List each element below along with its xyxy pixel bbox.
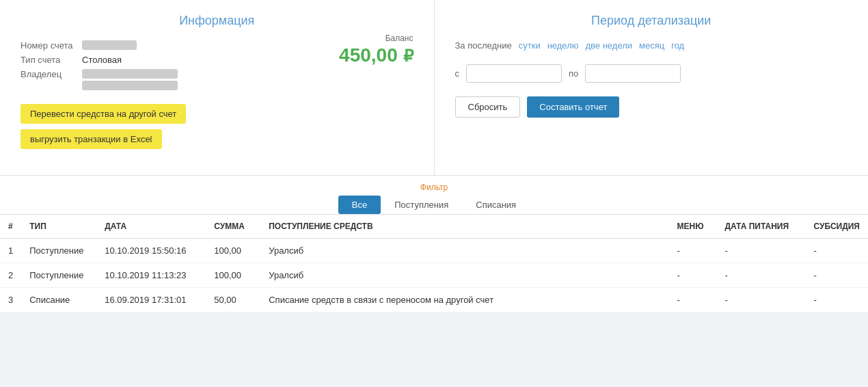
col-header-num: # (0, 215, 21, 239)
period-title: Период детализации (455, 14, 848, 28)
shortcut-year[interactable]: год (671, 40, 684, 51)
cell-income: Уралсиб (260, 263, 668, 288)
info-title: Информация (21, 14, 413, 28)
cell-num: 3 (0, 288, 21, 312)
balance-label: Баланс (339, 34, 413, 43)
account-type-label: Тип счета (21, 55, 82, 65)
account-number-label: Номер счета (21, 40, 82, 51)
info-actions: Перевести средства на другой счет выгруз… (21, 104, 413, 155)
owner-label: Владелец (21, 69, 82, 79)
to-input[interactable] (585, 64, 681, 83)
filter-label: Фильтр (0, 183, 868, 192)
shortcut-month[interactable]: месяц (639, 40, 664, 51)
cell-date: 16.09.2019 17:31:01 (96, 288, 206, 312)
filter-tabs: Все Поступления Списания (0, 196, 868, 214)
col-header-menu: МЕНЮ (668, 215, 716, 239)
account-type-row: Тип счета Столовая (21, 55, 339, 65)
cell-type: Поступление (21, 263, 96, 288)
export-button[interactable]: выгрузить транзакции в Excel (21, 129, 162, 149)
filter-tab-all[interactable]: Все (338, 196, 381, 214)
table-row: 3 Списание 16.09.2019 17:31:01 50,00 Спи… (0, 288, 868, 312)
period-panel: Период детализации За последние сутки не… (435, 0, 869, 175)
transfer-button[interactable]: Перевести средства на другой счет (21, 104, 186, 124)
cell-num: 1 (0, 239, 21, 263)
balance-value: 450,00 ₽ (339, 44, 413, 66)
cell-fooddate: - (716, 239, 805, 263)
col-header-fooddate: ДАТА ПИТАНИЯ (716, 215, 805, 239)
filter-section: Фильтр Все Поступления Списания (0, 175, 868, 214)
col-header-income: ПОСТУПЛЕНИЕ СРЕДСТВ (260, 215, 668, 239)
col-header-date: ДАТА (96, 215, 206, 239)
cell-menu: - (668, 263, 716, 288)
period-range: с по (455, 64, 848, 83)
info-panel: Информация Баланс 450,00 ₽ Номер счета Т… (0, 0, 435, 175)
cell-subsidy: - (805, 239, 868, 263)
for-last-label: За последние (455, 40, 512, 51)
filter-tab-expense[interactable]: Списания (462, 196, 530, 214)
balance-currency: ₽ (403, 46, 413, 65)
balance-section: Баланс 450,00 ₽ (339, 34, 413, 66)
owner-value (82, 69, 178, 90)
shortcut-week[interactable]: неделю (547, 40, 579, 51)
filter-tab-income[interactable]: Поступления (381, 196, 462, 214)
cell-subsidy: - (805, 288, 868, 312)
period-buttons: Сбросить Составить отчет (455, 96, 848, 118)
reset-button[interactable]: Сбросить (455, 96, 521, 118)
cell-date: 10.10.2019 11:13:23 (96, 263, 206, 288)
owner-row: Владелец (21, 69, 413, 90)
owner-line2 (82, 81, 178, 90)
cell-sum: 100,00 (206, 239, 260, 263)
cell-type: Списание (21, 288, 96, 312)
shortcut-two-weeks[interactable]: две недели (586, 40, 633, 51)
transactions-table: # ТИП ДАТА СУММА ПОСТУПЛЕНИЕ СРЕДСТВ МЕН… (0, 214, 868, 312)
col-header-type: ТИП (21, 215, 96, 239)
cell-fooddate: - (716, 288, 805, 312)
col-header-subsidy: СУБСИДИЯ (805, 215, 868, 239)
cell-num: 2 (0, 263, 21, 288)
cell-sum: 100,00 (206, 263, 260, 288)
account-type-value: Столовая (82, 55, 122, 65)
period-shortcuts: За последние сутки неделю две недели мес… (455, 40, 848, 51)
cell-income: Уралсиб (260, 239, 668, 263)
cell-menu: - (668, 288, 716, 312)
table-row: 1 Поступление 10.10.2019 15:50:16 100,00… (0, 239, 868, 263)
table-header-row: # ТИП ДАТА СУММА ПОСТУПЛЕНИЕ СРЕДСТВ МЕН… (0, 215, 868, 239)
account-number-value (82, 40, 137, 50)
cell-menu: - (668, 239, 716, 263)
col-header-sum: СУММА (206, 215, 260, 239)
cell-income: Списание средств в связи с переносом на … (260, 288, 668, 312)
account-number-row: Номер счета (21, 40, 339, 51)
cell-subsidy: - (805, 263, 868, 288)
report-button[interactable]: Составить отчет (527, 96, 619, 118)
cell-fooddate: - (716, 263, 805, 288)
cell-date: 10.10.2019 15:50:16 (96, 239, 206, 263)
table-body: 1 Поступление 10.10.2019 15:50:16 100,00… (0, 239, 868, 312)
shortcut-day[interactable]: сутки (519, 40, 541, 51)
from-label: с (455, 68, 460, 79)
cell-type: Поступление (21, 239, 96, 263)
cell-sum: 50,00 (206, 288, 260, 312)
to-label: по (569, 68, 578, 79)
from-input[interactable] (466, 64, 562, 83)
table-row: 2 Поступление 10.10.2019 11:13:23 100,00… (0, 263, 868, 288)
owner-line1 (82, 69, 178, 79)
